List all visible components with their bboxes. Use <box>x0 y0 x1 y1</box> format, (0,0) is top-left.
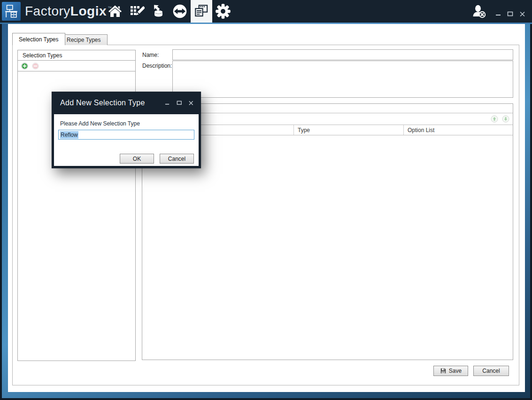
move-up-button[interactable] <box>491 115 498 123</box>
panel-title: Selection Types <box>23 52 62 59</box>
app-brand: FactoryLogix™ <box>25 3 112 19</box>
dialog-window-controls <box>164 92 194 114</box>
selection-types-panel-header: Selection Types <box>18 50 135 61</box>
minimize-icon <box>495 11 501 16</box>
desk-computer-icon <box>3 3 19 19</box>
tab-recipe-types[interactable]: Recipe Types <box>60 34 108 45</box>
options-table-body[interactable] <box>142 136 513 360</box>
home-icon <box>107 3 123 19</box>
nav-forms[interactable] <box>191 0 212 23</box>
tab-label: Recipe Types <box>67 37 101 43</box>
nav-table-edit[interactable] <box>126 0 147 23</box>
new-selection-type-input[interactable]: Reflow <box>58 130 194 140</box>
close-icon <box>519 11 525 17</box>
minus-circle-icon <box>32 63 39 70</box>
name-value <box>173 50 513 53</box>
add-selection-type-button[interactable] <box>21 63 28 70</box>
window-frame-border: Selection Types Recipe Types Selection T… <box>2 24 530 398</box>
gear-icon <box>215 3 231 20</box>
window-controls <box>494 10 526 18</box>
column-label: Type <box>298 127 310 133</box>
dialog-cancel-label: Cancel <box>168 156 185 162</box>
tab-selection-types[interactable]: Selection Types <box>12 33 65 45</box>
cancel-button[interactable]: Cancel <box>473 366 509 376</box>
column-header-option-list[interactable]: Option List <box>403 125 513 135</box>
maximize-icon <box>177 100 182 106</box>
brand-logix: Logix <box>70 4 107 19</box>
database-import-icon <box>150 3 166 19</box>
save-button[interactable]: Save <box>433 366 468 376</box>
arrow-down-circle-icon <box>502 115 509 123</box>
description-label: Description: <box>142 63 172 69</box>
remove-selection-type-button[interactable] <box>32 63 39 70</box>
maximize-icon <box>507 11 513 17</box>
brand-factory: Factory <box>25 4 70 19</box>
dialog-prompt: Please Add New Selection Type <box>60 120 140 127</box>
table-edit-icon <box>129 3 145 19</box>
dialog-title-bar[interactable]: Add New Selection Type <box>52 92 201 114</box>
dialog-maximize-button[interactable] <box>176 100 183 107</box>
maximize-button[interactable] <box>506 10 514 18</box>
nav-sync-transfer[interactable] <box>169 0 191 23</box>
arrow-up-circle-icon <box>491 115 498 123</box>
user-logout-button[interactable] <box>470 3 487 20</box>
app-logo[interactable] <box>2 2 21 21</box>
close-button[interactable] <box>518 10 526 18</box>
input-selected-text: Reflow <box>60 131 78 139</box>
description-value <box>173 61 513 64</box>
close-icon <box>188 100 194 106</box>
dialog-minimize-button[interactable] <box>164 100 171 107</box>
dialog-close-button[interactable] <box>187 100 194 107</box>
dialog-title: Add New Selection Type <box>52 99 145 107</box>
minimize-button[interactable] <box>494 10 502 18</box>
dialog-cancel-button[interactable]: Cancel <box>160 154 194 164</box>
move-down-button[interactable] <box>502 115 509 123</box>
user-logout-icon <box>471 3 487 19</box>
window-frame: Selection Types Recipe Types Selection T… <box>0 24 532 400</box>
name-input[interactable] <box>172 49 513 60</box>
sync-transfer-icon <box>171 3 188 20</box>
name-label: Name: <box>142 52 159 58</box>
floppy-disk-icon <box>440 368 447 374</box>
forms-icon <box>193 3 210 20</box>
nav-database-import[interactable] <box>147 0 169 23</box>
selection-types-toolbar <box>18 61 135 71</box>
description-input[interactable] <box>172 61 513 98</box>
nav-settings[interactable] <box>212 0 234 23</box>
add-new-selection-type-dialog: Add New Selection Type <box>52 92 201 168</box>
main-content: Selection Types Recipe Types Selection T… <box>8 24 525 392</box>
main-nav <box>104 0 234 23</box>
factorylogix-window: FactoryLogix™ <box>0 0 532 400</box>
cancel-label: Cancel <box>482 368 500 374</box>
save-label: Save <box>449 368 462 374</box>
column-header-type[interactable]: Type <box>293 125 403 135</box>
nav-home[interactable] <box>104 0 126 23</box>
plus-circle-icon <box>21 63 28 70</box>
dialog-body: Please Add New Selection Type Reflow OK … <box>54 114 199 166</box>
title-bar: FactoryLogix™ <box>0 0 532 23</box>
ok-label: OK <box>133 156 141 162</box>
dialog-ok-button[interactable]: OK <box>120 154 154 164</box>
tab-label: Selection Types <box>19 36 59 43</box>
column-label: Option List <box>408 127 434 133</box>
topbar-right <box>470 0 526 23</box>
minimize-icon <box>165 101 170 106</box>
